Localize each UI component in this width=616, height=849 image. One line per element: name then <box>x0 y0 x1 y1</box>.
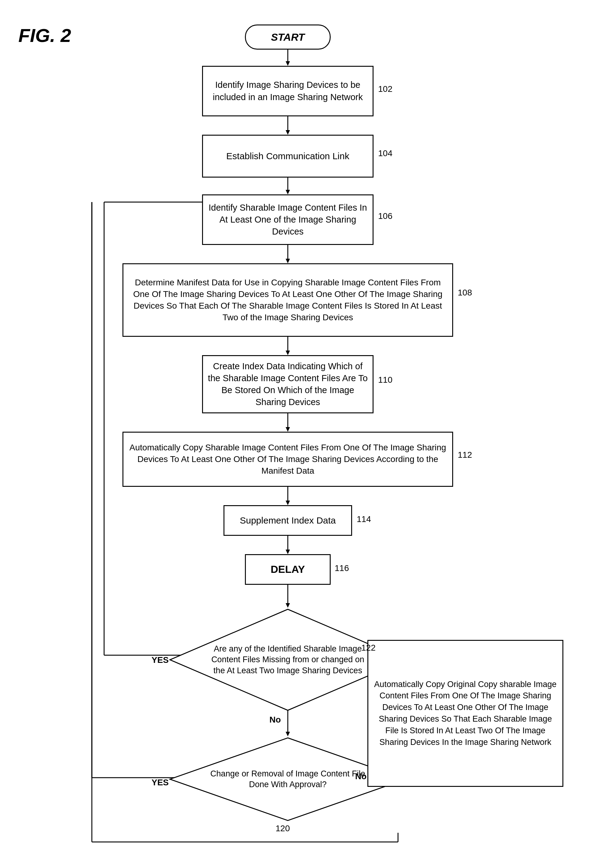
svg-marker-11 <box>286 427 290 432</box>
box-108: Determine Manifest Data for Use in Copyi… <box>122 263 453 337</box>
box-122: Automatically Copy Original Copy sharabl… <box>368 640 563 787</box>
start-oval: START <box>245 24 331 49</box>
box-114: Supplement Index Data <box>223 505 352 536</box>
diamond-120-no: No <box>355 772 366 781</box>
ref-106: 106 <box>378 211 393 221</box>
box-106: Identify Sharable Image Content Files In… <box>202 194 373 245</box>
svg-marker-1 <box>286 61 290 66</box>
box-104: Establish Communication Link <box>202 135 373 177</box>
ref-108: 108 <box>458 288 472 298</box>
svg-marker-5 <box>286 190 290 194</box>
box-110: Create Index Data Indicating Which of th… <box>202 355 373 413</box>
figure-label: FIG. 2 <box>18 24 71 46</box>
svg-marker-15 <box>286 550 290 554</box>
ref-102: 102 <box>378 84 393 94</box>
box-102: Identify Image Sharing Devices to be inc… <box>202 66 373 116</box>
svg-marker-13 <box>286 500 290 505</box>
ref-116: 116 <box>335 563 349 573</box>
ref-114: 114 <box>357 514 371 524</box>
ref-122: 122 <box>361 643 376 653</box>
svg-marker-9 <box>286 350 290 355</box>
ref-112: 112 <box>458 450 472 460</box>
diamond-120-yes: YES <box>152 778 169 788</box>
box-112: Automatically Copy Sharable Image Conten… <box>122 432 453 487</box>
box-116: DELAY <box>245 554 331 585</box>
ref-110: 110 <box>378 375 393 385</box>
page: FIG. 2 <box>0 0 616 849</box>
svg-marker-23 <box>286 732 290 736</box>
svg-marker-17 <box>286 603 290 608</box>
svg-marker-7 <box>286 259 290 263</box>
diamond-118-yes: YES <box>152 655 169 665</box>
ref-104: 104 <box>378 149 393 158</box>
diamond-118-no: No <box>269 715 281 725</box>
ref-120: 120 <box>275 824 290 833</box>
svg-marker-3 <box>286 130 290 135</box>
